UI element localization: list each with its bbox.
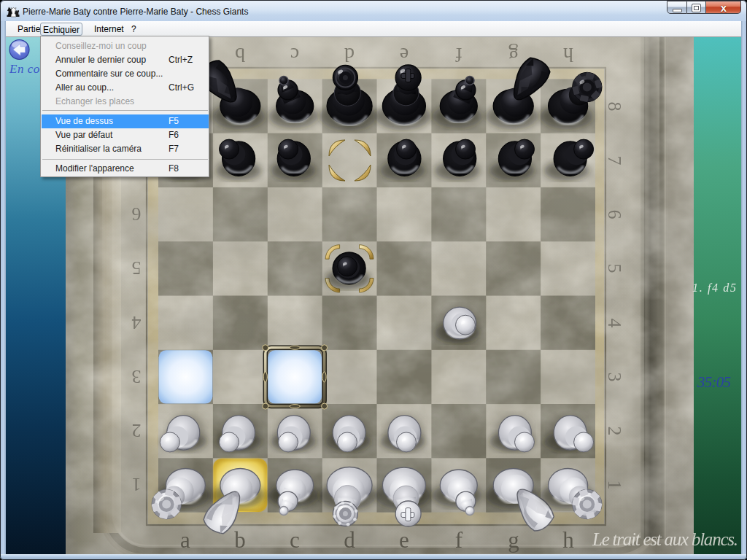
svg-text:g: g	[508, 527, 519, 553]
svg-text:h: h	[562, 527, 574, 553]
svg-text:1: 1	[604, 481, 625, 490]
svg-text:6: 6	[132, 203, 142, 225]
svg-text:Le trait est aux blancs.: Le trait est aux blancs.	[592, 529, 738, 549]
svg-text:4: 4	[604, 319, 625, 328]
svg-text:7: 7	[604, 156, 625, 166]
svg-text:4: 4	[132, 312, 142, 333]
svg-text:f: f	[455, 44, 462, 66]
svg-text:6: 6	[604, 210, 625, 219]
svg-text:c: c	[290, 527, 300, 553]
svg-text:5: 5	[132, 257, 142, 279]
svg-text:8: 8	[604, 102, 625, 112]
svg-text:g: g	[508, 44, 519, 66]
svg-text:e: e	[399, 527, 409, 553]
svg-text:b: b	[234, 527, 246, 553]
svg-text:2: 2	[132, 420, 142, 441]
svg-text:2: 2	[604, 427, 625, 436]
svg-text:h: h	[563, 44, 573, 66]
svg-text:d: d	[344, 44, 355, 66]
svg-text:f: f	[455, 527, 463, 553]
svg-text:5: 5	[604, 264, 625, 273]
svg-text:a: a	[180, 527, 190, 553]
svg-text:3: 3	[132, 366, 142, 387]
svg-text:1: 1	[132, 474, 142, 495]
svg-text:c: c	[290, 44, 299, 66]
svg-text:35:05: 35:05	[697, 373, 731, 391]
svg-text:3: 3	[604, 373, 625, 382]
svg-text:e: e	[400, 44, 409, 66]
svg-text:d: d	[344, 527, 355, 553]
svg-text:b: b	[235, 44, 245, 66]
